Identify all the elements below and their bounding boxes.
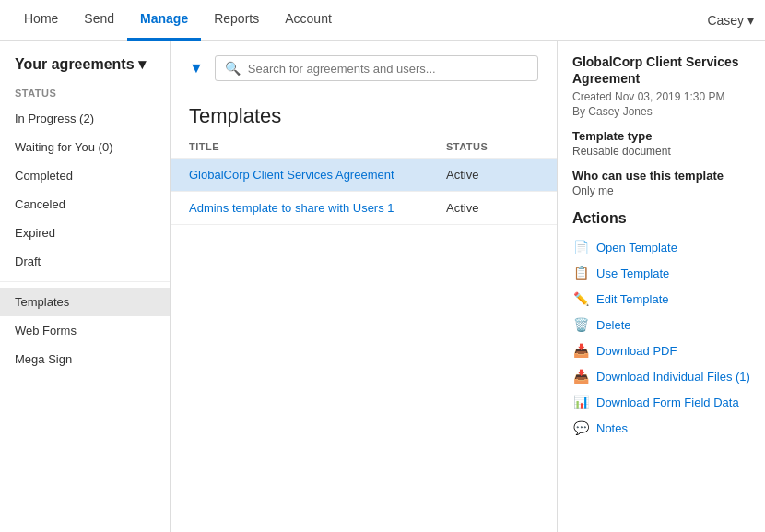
table-header: TITLE STATUS xyxy=(171,136,557,159)
action-download-form-field[interactable]: 📊 Download Form Field Data xyxy=(572,389,750,415)
sidebar-item-completed[interactable]: Completed xyxy=(0,161,170,190)
top-navigation: Home Send Manage Reports Account Casey ▾ xyxy=(0,0,765,41)
panel-created: Created Nov 03, 2019 1:30 PM xyxy=(572,90,750,103)
sidebar-item-templates[interactable]: Templates xyxy=(0,288,170,316)
edit-template-icon: ✏️ xyxy=(572,290,589,307)
right-panel: GlobalCorp Client Services Agreement Cre… xyxy=(558,41,765,532)
sidebar-item-web-forms[interactable]: Web Forms xyxy=(0,316,170,345)
row-status: Active xyxy=(446,168,538,182)
action-delete[interactable]: 🗑️ Delete xyxy=(572,312,750,337)
search-input[interactable] xyxy=(248,62,528,76)
template-type-value: Reusable document xyxy=(572,145,750,158)
delete-icon: 🗑️ xyxy=(572,316,589,333)
sidebar-item-expired[interactable]: Expired xyxy=(0,219,170,247)
nav-account[interactable]: Account xyxy=(272,0,345,41)
search-icon: 🔍 xyxy=(225,61,241,76)
download-form-icon: 📊 xyxy=(572,394,589,410)
action-label: Open Template xyxy=(596,241,677,254)
panel-by: By Casey Jones xyxy=(572,105,750,118)
use-template-icon: 📋 xyxy=(572,265,589,281)
row-title: Admins template to share with Users 1 xyxy=(189,201,446,215)
action-open-template[interactable]: 📄 Open Template xyxy=(572,234,750,260)
column-status-header: STATUS xyxy=(446,141,538,152)
sidebar-divider xyxy=(0,281,170,282)
nav-manage[interactable]: Manage xyxy=(127,0,201,41)
who-can-use-value: Only me xyxy=(572,184,750,197)
sidebar-item-waiting[interactable]: Waiting for You (0) xyxy=(0,133,170,161)
who-can-use-label: Who can use this template xyxy=(572,169,750,183)
sidebar-item-draft[interactable]: Draft xyxy=(0,247,170,276)
table-row[interactable]: Admins template to share with Users 1 Ac… xyxy=(171,192,557,225)
action-label: Delete xyxy=(596,318,631,332)
action-label: Notes xyxy=(596,421,628,435)
nav-items: Home Send Manage Reports Account xyxy=(11,0,707,41)
action-edit-template[interactable]: ✏️ Edit Template xyxy=(572,286,750,312)
notes-icon: 💬 xyxy=(572,420,589,436)
action-use-template[interactable]: 📋 Use Template xyxy=(572,260,750,286)
filter-icon[interactable]: ▼ xyxy=(189,60,204,77)
actions-title: Actions xyxy=(572,210,750,227)
nav-send[interactable]: Send xyxy=(71,0,127,41)
search-box: 🔍 xyxy=(215,55,538,81)
content-area: ▼ 🔍 Templates TITLE STATUS GlobalCorp Cl… xyxy=(171,41,558,532)
your-agreements-toggle[interactable]: Your agreements ▾ xyxy=(0,55,170,84)
sidebar-item-mega-sign[interactable]: Mega Sign xyxy=(0,345,170,373)
template-type-label: Template type xyxy=(572,129,750,143)
open-template-icon: 📄 xyxy=(572,239,589,255)
user-menu[interactable]: Casey ▾ xyxy=(707,13,754,28)
content-header: ▼ 🔍 xyxy=(171,41,557,89)
sidebar: Your agreements ▾ STATUS In Progress (2)… xyxy=(0,41,171,532)
table-row[interactable]: GlobalCorp Client Services Agreement Act… xyxy=(171,159,557,192)
nav-home[interactable]: Home xyxy=(11,0,71,41)
action-notes[interactable]: 💬 Notes xyxy=(572,415,750,441)
panel-agreement-title: GlobalCorp Client Services Agreement xyxy=(572,53,750,87)
action-download-pdf[interactable]: 📥 Download PDF xyxy=(572,337,750,363)
status-section-label: STATUS xyxy=(0,84,170,104)
nav-reports[interactable]: Reports xyxy=(201,0,272,41)
column-title-header: TITLE xyxy=(189,141,446,152)
sidebar-item-in-progress[interactable]: In Progress (2) xyxy=(0,104,170,133)
action-label: Download Individual Files (1) xyxy=(596,370,750,384)
action-label: Use Template xyxy=(596,266,669,280)
download-pdf-icon: 📥 xyxy=(572,342,589,359)
sidebar-item-canceled[interactable]: Canceled xyxy=(0,190,170,219)
action-label: Download Form Field Data xyxy=(596,396,739,409)
row-title: GlobalCorp Client Services Agreement xyxy=(189,168,446,182)
action-download-individual[interactable]: 📥 Download Individual Files (1) xyxy=(572,363,750,389)
row-status: Active xyxy=(446,201,538,215)
action-label: Download PDF xyxy=(596,344,677,358)
page-title: Templates xyxy=(171,89,557,136)
download-individual-icon: 📥 xyxy=(572,368,589,384)
action-label: Edit Template xyxy=(596,292,669,306)
main-container: Your agreements ▾ STATUS In Progress (2)… xyxy=(0,41,765,532)
